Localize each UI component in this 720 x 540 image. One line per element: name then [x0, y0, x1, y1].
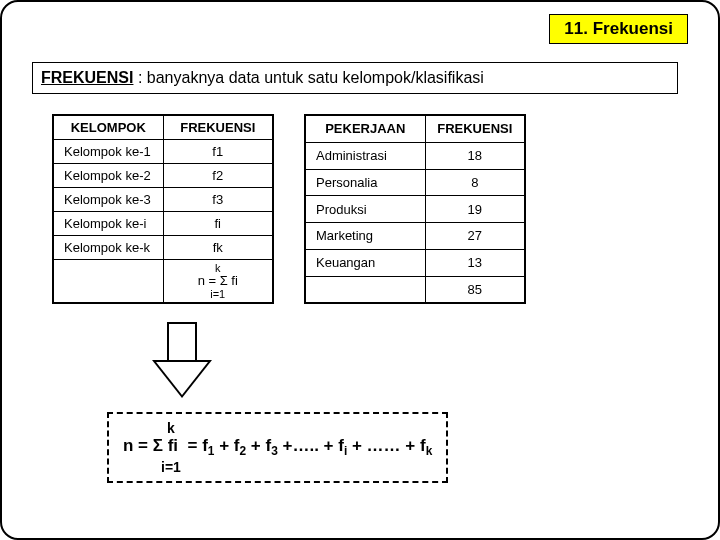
equation-mid: n = Σ fi = f1 + f2 + f3 +….. + fi + …… +…: [123, 436, 432, 459]
table-row: Personalia8: [305, 169, 525, 196]
down-arrow-icon: [152, 322, 212, 402]
job-frequency-table: PEKERJAAN FREKUENSI Administrasi18 Perso…: [304, 114, 526, 304]
definition-box: FREKUENSI : banyaknya data untuk satu ke…: [32, 62, 678, 94]
table-row: Administrasi18: [305, 142, 525, 169]
equation-box: k n = Σ fi = f1 + f2 + f3 +….. + fi + ………: [107, 412, 448, 483]
table-row: Kelompok ke-1f1: [53, 140, 273, 164]
table-row: Kelompok ke-kfk: [53, 236, 273, 260]
definition-text: : banyaknya data untuk satu kelompok/kla…: [133, 69, 483, 86]
slide-number-title: 11. Frekuensi: [549, 14, 688, 44]
sigma-formula-cell: k n = Σ fi i=1: [163, 260, 273, 304]
col-frekuensi: FREKUENSI: [425, 115, 525, 142]
table-formula-row: k n = Σ fi i=1: [53, 260, 273, 304]
col-frekuensi: FREKUENSI: [163, 115, 273, 140]
total-value: 85: [425, 276, 525, 303]
col-kelompok: KELOMPOK: [53, 115, 163, 140]
table-row: Marketing27: [305, 223, 525, 250]
table-total-row: 85: [305, 276, 525, 303]
slide-frame: 11. Frekuensi FREKUENSI : banyaknya data…: [0, 0, 720, 540]
table-row: Keuangan13: [305, 249, 525, 276]
table-row: Kelompok ke-ifi: [53, 212, 273, 236]
table-header-row: KELOMPOK FREKUENSI: [53, 115, 273, 140]
equation-top: k: [167, 420, 432, 436]
table-row: Kelompok ke-3f3: [53, 188, 273, 212]
group-frequency-table: KELOMPOK FREKUENSI Kelompok ke-1f1 Kelom…: [52, 114, 274, 304]
table-row: Kelompok ke-2f2: [53, 164, 273, 188]
tables-container: KELOMPOK FREKUENSI Kelompok ke-1f1 Kelom…: [52, 114, 526, 304]
definition-term: FREKUENSI: [41, 69, 133, 86]
table-row: Produksi19: [305, 196, 525, 223]
equation-bot: i=1: [161, 459, 432, 475]
table-header-row: PEKERJAAN FREKUENSI: [305, 115, 525, 142]
col-pekerjaan: PEKERJAAN: [305, 115, 425, 142]
